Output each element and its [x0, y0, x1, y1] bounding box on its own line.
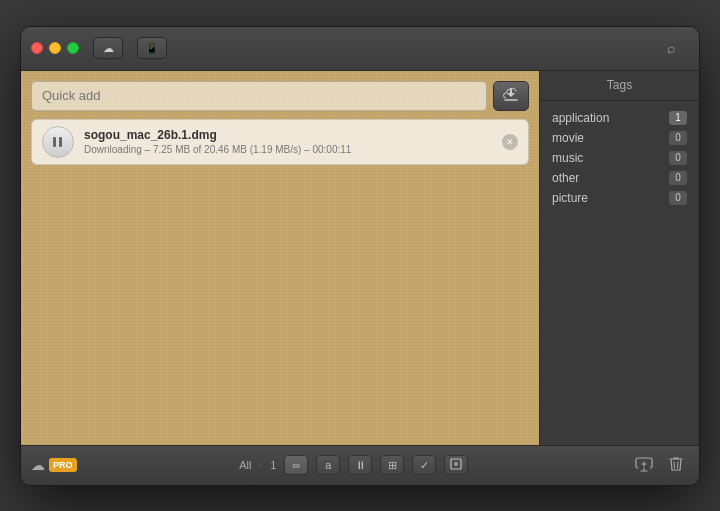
text-icon: a: [325, 459, 331, 471]
pro-badge: ☁ PRO: [31, 457, 77, 473]
download-info: sogou_mac_26b.1.dmg Downloading – 7.25 M…: [84, 128, 492, 155]
device-icon: 📱: [145, 42, 159, 55]
export-icon: [450, 458, 462, 472]
add-download-button[interactable]: [631, 454, 657, 476]
main-content: sogou_mac_26b.1.dmg Downloading – 7.25 M…: [21, 71, 699, 445]
tag-music-label: music: [552, 151, 583, 165]
tag-picture-label: picture: [552, 191, 588, 205]
tag-application[interactable]: application 1: [552, 111, 687, 125]
tag-picture-count: 0: [669, 191, 687, 205]
tag-other-label: other: [552, 171, 579, 185]
tag-application-label: application: [552, 111, 609, 125]
grid-button[interactable]: ⊞: [380, 455, 404, 475]
quick-add-button[interactable]: [493, 81, 529, 111]
download-status: Downloading – 7.25 MB of 20.46 MB (1.19 …: [84, 144, 492, 155]
check-button[interactable]: ✓: [412, 455, 436, 475]
pause-all-icon: ⏸: [355, 459, 366, 471]
tag-movie-label: movie: [552, 131, 584, 145]
quick-add-bar: [31, 81, 529, 111]
check-icon: ✓: [420, 459, 429, 472]
text-button[interactable]: a: [316, 455, 340, 475]
traffic-lights: [31, 42, 79, 54]
bottom-bar: ☁ PRO All · 1 ∞ a ⏸ ⊞ ✓: [21, 445, 699, 485]
loop-icon: ∞: [292, 459, 300, 471]
tag-other-count: 0: [669, 171, 687, 185]
tag-application-count: 1: [669, 111, 687, 125]
tag-music[interactable]: music 0: [552, 151, 687, 165]
search-icon: ⌕: [667, 40, 675, 56]
grid-icon: ⊞: [388, 459, 397, 472]
tags-header: Tags: [540, 71, 699, 101]
main-window: ☁ 📱 ⌕: [20, 26, 700, 486]
tag-picture[interactable]: picture 0: [552, 191, 687, 205]
tag-movie-count: 0: [669, 131, 687, 145]
close-button[interactable]: [31, 42, 43, 54]
download-name: sogou_mac_26b.1.dmg: [84, 128, 492, 142]
stat-all: All: [239, 459, 251, 471]
quick-add-input[interactable]: [31, 81, 487, 111]
pro-label: PRO: [49, 458, 77, 472]
minimize-button[interactable]: [49, 42, 61, 54]
device-button[interactable]: 📱: [137, 37, 167, 59]
tags-title: Tags: [607, 78, 632, 92]
trash-button[interactable]: [663, 454, 689, 476]
trash-icon: [669, 456, 683, 475]
titlebar: ☁ 📱 ⌕: [21, 27, 699, 71]
stat-count: 1: [270, 459, 276, 471]
add-icon: [635, 456, 653, 475]
left-panel: sogou_mac_26b.1.dmg Downloading – 7.25 M…: [21, 71, 539, 445]
download-item: sogou_mac_26b.1.dmg Downloading – 7.25 M…: [31, 119, 529, 165]
search-button[interactable]: ⌕: [657, 37, 685, 59]
right-panel: Tags application 1 movie 0 music 0 other…: [539, 71, 699, 445]
tag-movie[interactable]: movie 0: [552, 131, 687, 145]
pause-all-button[interactable]: ⏸: [348, 455, 372, 475]
cloud-small-icon: ☁: [31, 457, 45, 473]
tag-other[interactable]: other 0: [552, 171, 687, 185]
export-button[interactable]: [444, 455, 468, 475]
pause-button[interactable]: [42, 126, 74, 158]
cloud-button[interactable]: ☁: [93, 37, 123, 59]
close-icon: ✕: [506, 137, 514, 147]
maximize-button[interactable]: [67, 42, 79, 54]
bottom-right: [631, 454, 689, 476]
stat-separator: ·: [259, 460, 262, 471]
download-cloud-icon: [502, 87, 520, 104]
cloud-icon: ☁: [103, 42, 114, 55]
bottom-center: All · 1 ∞ a ⏸ ⊞ ✓: [77, 455, 631, 475]
pause-icon: [53, 137, 63, 147]
loop-button[interactable]: ∞: [284, 455, 308, 475]
download-close-button[interactable]: ✕: [502, 134, 518, 150]
tag-music-count: 0: [669, 151, 687, 165]
tags-list: application 1 movie 0 music 0 other 0 pi…: [540, 101, 699, 215]
